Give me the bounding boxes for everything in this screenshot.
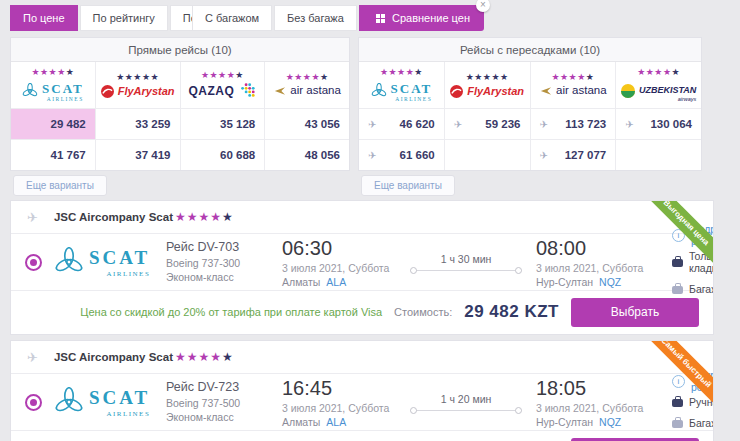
airastana-logo: air astana xyxy=(273,85,341,97)
arrival-block: 18:05 3 июля 2021, Суббота Нур-СултанNQZ xyxy=(536,377,664,428)
airline-column-flyarystan: ★★★★★ FlyArystan xyxy=(95,62,180,108)
cabin-class: Эконом-класс xyxy=(166,411,282,423)
airline-column-flyarystan: ★★★★★ FlyArystan xyxy=(444,62,530,108)
airastana-bird-icon xyxy=(273,86,286,96)
airline-column-qazaq: ★★★★★ QAZAQ xyxy=(180,62,265,108)
cabin-class: Эконом-класс xyxy=(166,271,282,283)
flight-radio-button[interactable] xyxy=(25,254,42,271)
transfer-flights-panel: Рейсы с пересадками (10) ★★★★★ SCATAIRLI… xyxy=(358,37,702,196)
aircraft-type: Boeing 737-500 xyxy=(166,397,282,409)
price-cell[interactable]: ✈61 660 xyxy=(359,140,444,170)
scat-logo: SCATAIRLINES xyxy=(371,80,433,103)
price-cell[interactable]: 35 128 xyxy=(180,109,265,139)
direct-flights-panel: Прямые рейсы (10) ★★★★★ SCATAIRLINES ★★★… xyxy=(10,37,350,196)
airline-header-row: ★★★★★ SCATAIRLINES ★★★★★ FlyArystan ★★★★… xyxy=(11,62,349,108)
price-cell-best[interactable]: 29 482 xyxy=(11,109,95,139)
price-cell[interactable]: ✈59 236 xyxy=(444,109,530,139)
route-line xyxy=(410,410,522,411)
departure-airport-code: ALA xyxy=(326,276,346,288)
flyarystan-circle-icon xyxy=(450,85,463,98)
operator-star-rating: ★★★★★ xyxy=(175,350,234,364)
departure-date: 3 июля 2021, Суббота xyxy=(282,402,410,414)
card-header: ✈ JSC Aircompany Scat ★★★★★ xyxy=(11,201,713,234)
operator-star-rating: ★★★★★ xyxy=(175,210,234,224)
departure-time: 16:45 xyxy=(282,377,410,400)
departure-block: 06:30 3 июля 2021, Суббота АлматыALA xyxy=(282,237,410,288)
star-rating: ★★★★★ xyxy=(551,73,594,82)
star-rating: ★★★★★ xyxy=(116,73,159,82)
price-cell[interactable]: 41 767 xyxy=(11,140,95,170)
price-cell[interactable]: 48 056 xyxy=(264,140,349,170)
baggage-label: Багаж: xyxy=(689,283,714,295)
arrival-city: Нур-СултанNQZ xyxy=(536,276,664,288)
more-options-button[interactable]: Еще варианты xyxy=(13,175,107,196)
select-flight-button[interactable]: Выбрать xyxy=(571,438,699,441)
price-cell[interactable]: 33 259 xyxy=(95,109,180,139)
departure-time: 06:30 xyxy=(282,237,410,260)
departure-city: АлматыALA xyxy=(282,276,410,288)
airline-column-scat: ★★★★★ SCATAIRLINES xyxy=(359,62,444,108)
star-rating: ★★★★★ xyxy=(31,68,74,77)
price-label: Стоимость: xyxy=(394,306,452,318)
with-baggage-button[interactable]: С багажом xyxy=(192,5,272,31)
scat-emblem-icon xyxy=(54,387,84,417)
price-cell[interactable]: ✈46 620 xyxy=(359,109,444,139)
more-options-button[interactable]: Еще варианты xyxy=(361,175,455,196)
panel-title: Прямые рейсы (10) xyxy=(11,38,349,62)
qazaq-logo: QAZAQ xyxy=(188,83,256,99)
price-row: 41 767 37 419 60 688 48 056 xyxy=(11,139,349,170)
arrival-airport-code: NQZ xyxy=(599,276,621,288)
without-baggage-button[interactable]: Без багажа xyxy=(274,5,357,31)
plane-icon: ✈ xyxy=(540,150,548,161)
airline-column-airastana: ★★★★★ air astana xyxy=(530,62,616,108)
close-icon[interactable]: × xyxy=(476,0,490,12)
arrival-city: Нур-СултанNQZ xyxy=(536,416,664,428)
flight-info: Рейс DV-703 Boeing 737-300 Эконом-класс xyxy=(166,240,282,285)
arrival-airport-code: NQZ xyxy=(599,416,621,428)
card-header: ✈ JSC Aircompany Scat ★★★★★ xyxy=(11,341,713,374)
sort-by-price-button[interactable]: По цене xyxy=(10,5,78,31)
uzbekistan-airways-logo: UZBEKISTANairways xyxy=(621,80,696,103)
departure-airport-code: ALA xyxy=(326,416,346,428)
grid-icon xyxy=(376,14,380,18)
select-flight-button[interactable]: Выбрать xyxy=(571,298,699,327)
operator-name: JSC Aircompany Scat xyxy=(54,351,173,363)
compare-prices-label: Сравнение цен xyxy=(392,12,470,24)
departure-block: 16:45 3 июля 2021, Суббота АлматыALA xyxy=(282,377,410,428)
flight-duration: 1 ч 20 мин xyxy=(410,393,522,405)
compare-prices-button[interactable]: Сравнение цен × xyxy=(362,5,484,31)
flight-radio-button[interactable] xyxy=(25,394,42,411)
price-row: ✈61 660 ✈127 077 xyxy=(359,139,701,170)
star-rating: ★★★★★ xyxy=(286,73,329,82)
airline-column-uzbekistan: ★★★★★ UZBEKISTANairways xyxy=(615,62,701,108)
price-cell[interactable]: 37 419 xyxy=(95,140,180,170)
arrival-time: 08:00 xyxy=(536,237,664,260)
hand-luggage-icon xyxy=(672,259,683,267)
price-cell[interactable]: 60 688 xyxy=(180,140,265,170)
flight-details-row: SCATAIRLINES Рейс DV-723 Boeing 737-500 … xyxy=(11,374,713,430)
plane-icon: ✈ xyxy=(540,119,548,130)
sort-by-rating-button[interactable]: По рейтингу xyxy=(80,5,168,31)
scat-logo: SCATAIRLINES xyxy=(54,387,166,418)
price-cell[interactable]: ✈127 077 xyxy=(530,140,616,170)
scat-logo: SCATAIRLINES xyxy=(54,247,166,278)
price-cell[interactable]: ✈113 723 xyxy=(530,109,616,139)
plane-icon: ✈ xyxy=(454,119,462,130)
flight-info: Рейс DV-723 Boeing 737-500 Эконом-класс xyxy=(166,380,282,425)
panel-title: Рейсы с пересадками (10) xyxy=(359,38,701,62)
plane-icon: ✈ xyxy=(27,350,38,365)
flight-card: Самый быстрый ✈ JSC Aircompany Scat ★★★★… xyxy=(10,340,714,441)
scat-emblem-icon xyxy=(54,247,84,277)
flyarystan-circle-icon xyxy=(101,85,114,98)
star-rating: ★★★★★ xyxy=(466,73,509,82)
arrival-date: 3 июля 2021, Суббота xyxy=(536,402,664,414)
operator-name: JSC Aircompany Scat xyxy=(54,211,173,223)
price-row: 29 482 33 259 35 128 43 056 xyxy=(11,108,349,139)
baggage-icon xyxy=(672,420,683,428)
flight-results-screen: По цене По рейтингу По времени С багажом… xyxy=(0,0,740,441)
star-rating: ★★★★★ xyxy=(637,68,680,77)
airastana-bird-icon xyxy=(539,86,552,96)
price-cell[interactable]: 43 056 xyxy=(264,109,349,139)
price-cell[interactable]: ✈130 064 xyxy=(615,109,701,139)
uzbekistan-globe-icon xyxy=(621,84,635,98)
